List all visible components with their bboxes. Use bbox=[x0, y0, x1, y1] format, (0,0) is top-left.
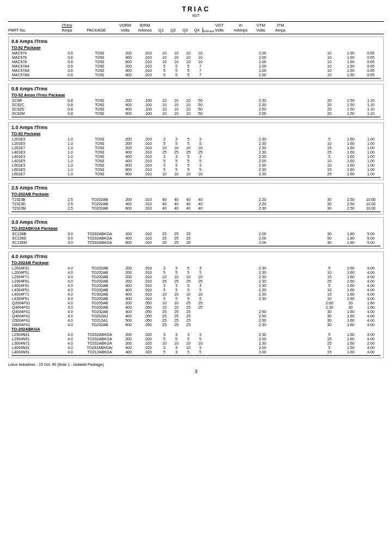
table-cell: 2.50 bbox=[206, 309, 318, 314]
table-cell: .010 bbox=[138, 158, 158, 163]
subsection-title: TO-92 Amps ITrms Package bbox=[11, 93, 381, 97]
hdr-q1: Q1 bbox=[155, 28, 167, 33]
table-cell: 5 bbox=[170, 72, 182, 77]
table-cell: 25 bbox=[318, 341, 340, 345]
subsection-title: TO-202ABKGA bbox=[11, 327, 381, 332]
table-cell: 4.0 bbox=[60, 287, 80, 292]
hdr-itrms: ITrms Amps bbox=[57, 23, 77, 33]
table-cell: 2.50 bbox=[206, 314, 318, 318]
table-row: L401E31.0TO92400.010252525252.30251.601.… bbox=[11, 150, 381, 154]
table-cell: SC9R bbox=[11, 98, 60, 102]
table-cell: 5 bbox=[194, 270, 206, 274]
table-cell: T2323M bbox=[11, 206, 60, 210]
table-cell: 10 bbox=[194, 274, 206, 279]
table-cell: 40 bbox=[170, 201, 182, 206]
table-cell: 5 bbox=[182, 167, 194, 172]
section-divider bbox=[11, 355, 381, 356]
table-cell: 3 bbox=[194, 163, 206, 167]
table-cell: 10.00 bbox=[361, 201, 381, 206]
table-row: SC136M3.0TO232ABKGA600.0102525252.00301.… bbox=[11, 240, 381, 244]
table-cell: 10 bbox=[182, 341, 194, 345]
table-cell: 30 bbox=[318, 309, 340, 314]
table-cell: 5 bbox=[194, 336, 206, 341]
table-cell: 200 bbox=[119, 51, 138, 55]
table-cell: 4.00 bbox=[361, 309, 381, 314]
table-cell: MAC976 bbox=[11, 55, 60, 59]
table-cell: 10 bbox=[182, 111, 194, 115]
table-cell: .010 bbox=[138, 72, 158, 77]
table-cell: 1.0 bbox=[60, 150, 80, 154]
table-row: L4004F314.0TO202AB400.01033532.3051.604.… bbox=[11, 283, 381, 287]
table-cell: 5 bbox=[158, 296, 170, 301]
table-cell: 1.60 bbox=[340, 158, 361, 163]
table-cell: 400 bbox=[119, 287, 138, 292]
table-cell: 4.00 bbox=[361, 350, 381, 354]
table-cell bbox=[206, 301, 318, 305]
table-cell: 2.5 bbox=[60, 206, 80, 210]
section-divider bbox=[11, 246, 381, 247]
table-cell: 2.30 bbox=[206, 172, 318, 176]
table-cell: 2.30 bbox=[206, 167, 318, 172]
table-row: L3004N714.0TO232ABKGA200.020101010102.30… bbox=[11, 341, 381, 345]
table-cell: 1.60 bbox=[340, 322, 361, 327]
table-cell: .010 bbox=[138, 64, 158, 68]
table-cell: 1.60 bbox=[340, 279, 361, 283]
table-cell: 1.90 bbox=[340, 72, 361, 77]
table-cell: 3.0 bbox=[60, 240, 80, 244]
table-cell: 10 bbox=[182, 59, 194, 64]
page-container: TRIAC IGT PART No. ITrms Amps PACKAGE VD… bbox=[8, 5, 384, 374]
table-cell: 15 bbox=[318, 145, 340, 150]
data-table: SC9R0.8TO92200.100101010502.30201.501.10… bbox=[11, 98, 381, 115]
table-row: SC136B3.0TO232ABKGA200.0102525252.00301.… bbox=[11, 231, 381, 236]
table-cell: 0.6 bbox=[60, 59, 80, 64]
table-cell: 5 bbox=[170, 68, 182, 72]
table-cell: 3 bbox=[158, 345, 170, 350]
table-cell: L2004F31 bbox=[11, 266, 60, 270]
table-cell: 10 bbox=[158, 274, 170, 279]
table-cell: 2.30 bbox=[206, 322, 318, 327]
table-cell: T2323B bbox=[11, 197, 60, 201]
table-cell: 1.10 bbox=[361, 98, 381, 102]
table-row: SC92M0.8TO92600.100101010502.00201.501.1… bbox=[11, 111, 381, 115]
table-cell: 3 bbox=[158, 332, 170, 336]
table-cell: 600 bbox=[119, 240, 138, 244]
table-cell: 4.00 bbox=[361, 274, 381, 279]
table-row: MAC97A80.6TO92600.01055572.00101.900.65 bbox=[11, 72, 381, 77]
section-divider bbox=[11, 211, 381, 212]
table-cell: 4.0 bbox=[60, 301, 80, 305]
table-row: L4004N314.0TO232ABKGA/400.020331032.0051… bbox=[11, 345, 381, 350]
table-cell: 600 bbox=[119, 172, 138, 176]
table-cell: 5 bbox=[158, 64, 170, 68]
table-cell: 3 bbox=[158, 163, 170, 167]
table-cell: 3 bbox=[194, 283, 206, 287]
table-cell: .020 bbox=[138, 336, 158, 341]
table-cell: 2.30 bbox=[206, 163, 318, 167]
table-cell: L201E3 bbox=[11, 137, 60, 141]
table-cell: 2.00 bbox=[206, 336, 318, 341]
table-cell: 5 bbox=[182, 350, 194, 354]
table-cell: TO92 bbox=[80, 158, 119, 163]
table-cell: 40 bbox=[182, 201, 194, 206]
table-cell: .010 bbox=[138, 154, 158, 158]
table-cell: 400 bbox=[119, 350, 138, 354]
table-cell: 10 bbox=[170, 172, 182, 176]
table-cell: 0.65 bbox=[361, 64, 381, 68]
table-row: MAC9780.6TO92600.010101010102.00101.900.… bbox=[11, 59, 381, 64]
table-cell: 4.0 bbox=[60, 283, 80, 287]
hdr-q2: Q2 bbox=[167, 28, 179, 33]
table-cell: 600 bbox=[119, 322, 138, 327]
table-cell: .010 bbox=[138, 206, 158, 210]
hdr-vtm: VTM Volts bbox=[251, 23, 271, 33]
table-cell: L4304F51 bbox=[11, 296, 60, 301]
table-row: L4004F714.0TO302AB400.010101010102.30151… bbox=[11, 292, 381, 296]
table-cell: 4.0 bbox=[60, 296, 80, 301]
table-cell: 400 bbox=[119, 314, 138, 318]
main-title: TRIAC bbox=[8, 5, 384, 13]
table-cell: L2304F91 bbox=[11, 279, 60, 283]
table-cell: 0.8 bbox=[60, 107, 80, 111]
table-row: L4304F514.0TO202AB400.01055552.30101.604… bbox=[11, 287, 381, 292]
table-cell: .020 bbox=[138, 345, 158, 350]
table-cell: 5.00 bbox=[361, 240, 381, 244]
table-cell: 50 bbox=[318, 236, 340, 240]
table-cell: TO92 bbox=[80, 145, 119, 150]
